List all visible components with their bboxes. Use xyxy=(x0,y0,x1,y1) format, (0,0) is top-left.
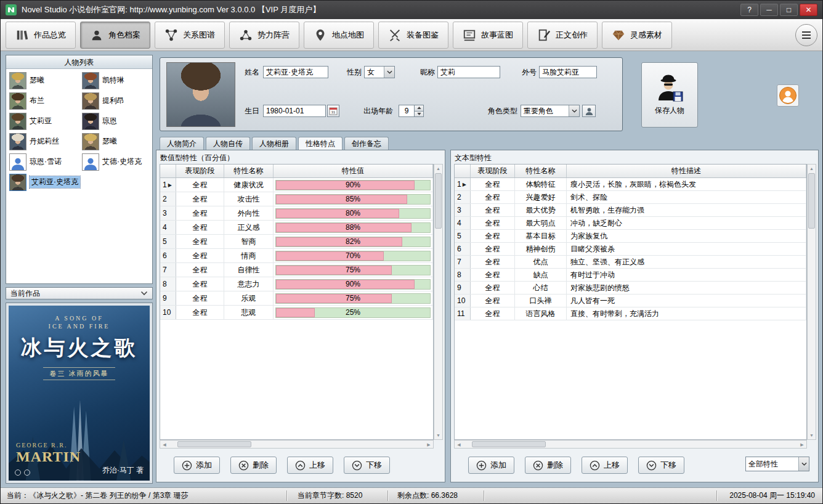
tab-profile[interactable]: 人物简介 xyxy=(160,137,204,150)
numeric-remove-button[interactable]: 删除 xyxy=(230,457,277,474)
trait-stage: 全程 xyxy=(471,217,515,229)
age-input[interactable] xyxy=(399,105,415,117)
toolbar-main-writing[interactable]: 正文创作 xyxy=(527,22,598,49)
tab-album[interactable]: 人物相册 xyxy=(252,137,296,150)
row-number: 10 xyxy=(160,306,176,319)
character-item[interactable]: 丹妮莉丝 xyxy=(7,131,80,152)
current-work-dropdown[interactable]: 当前作品 xyxy=(6,287,153,299)
tab-biography[interactable]: 人物自传 xyxy=(206,137,250,150)
character-item[interactable]: 艾莉亚 xyxy=(7,111,80,131)
text-trait-row[interactable]: 4全程最大弱点冲动，缺乏耐心 xyxy=(455,217,806,230)
character-item[interactable]: 凯特琳 xyxy=(80,70,152,91)
calendar-button[interactable]: 31 xyxy=(327,105,339,117)
app-window: Novel Studio 小说创作室官网: http://www.yunbing… xyxy=(0,0,823,504)
trait-value-cell: 70% xyxy=(274,249,433,262)
toolbar-story-blueprint[interactable]: 故事蓝图 xyxy=(453,22,523,49)
book-cover[interactable]: A SONG OF ICE AND FIRE 冰与火之歌 卷三 冰雨的风暴 GE… xyxy=(9,306,150,481)
text-trait-row[interactable]: 10全程口头禅凡人皆有一死 xyxy=(455,295,806,307)
role-type-select[interactable]: 重要角色 xyxy=(521,105,580,117)
text-trait-row[interactable]: 7全程优点独立、坚强、有正义感 xyxy=(455,256,806,269)
text-trait-row[interactable]: 9全程心结对家族悲剧的愤怒 xyxy=(455,282,806,295)
toolbar-works-overview[interactable]: 作品总览 xyxy=(6,22,76,49)
spin-down-icon[interactable] xyxy=(415,112,424,118)
character-photo[interactable] xyxy=(166,62,235,127)
numeric-down-button[interactable]: 下移 xyxy=(344,457,390,474)
numeric-trait-row[interactable]: 6全程情商70% xyxy=(160,249,433,263)
tab-personality[interactable]: 性格特点 xyxy=(298,137,343,150)
numeric-trait-row[interactable]: 8全程意志力90% xyxy=(160,277,433,291)
maximize-button[interactable]: □ xyxy=(780,4,798,16)
text-trait-row[interactable]: 8全程缺点有时过于冲动 xyxy=(455,269,806,282)
gender-select[interactable]: 女 xyxy=(364,66,395,78)
text-trait-row[interactable]: 1▶全程体貌特征瘦小灵活，长脸，灰眼睛，棕褐色头发 xyxy=(455,178,806,191)
trait-percent-label: 88% xyxy=(276,223,430,232)
toolbar-faction-camps[interactable]: 势力阵营 xyxy=(229,22,299,49)
trait-stage: 全程 xyxy=(471,243,515,255)
text-trait-row[interactable]: 5全程基本目标为家族复仇 xyxy=(455,230,806,243)
character-item[interactable]: 琼恩·雪诺 xyxy=(7,152,80,172)
toolbar-relationship-map[interactable]: 关系图谱 xyxy=(155,22,225,49)
role-picker-button[interactable] xyxy=(582,105,596,117)
text-add-button[interactable]: 添加 xyxy=(468,457,514,474)
text-up-button[interactable]: 上移 xyxy=(582,457,628,474)
character-item[interactable]: 瑟曦 xyxy=(7,70,80,91)
alias-input[interactable] xyxy=(539,66,597,78)
character-item[interactable]: 提利昂 xyxy=(80,91,152,111)
toolbar-character-archive[interactable]: 角色档案 xyxy=(80,22,150,49)
trait-percent-label: 25% xyxy=(276,308,430,317)
support-button[interactable] xyxy=(777,84,799,107)
chevron-down-icon xyxy=(798,457,809,471)
numeric-trait-row[interactable]: 2全程攻击性85% xyxy=(160,192,433,206)
numeric-trait-row[interactable]: 10全程悲观25% xyxy=(160,306,433,320)
text-trait-row[interactable]: 3全程最大优势机智勇敢，生存能力强 xyxy=(455,204,806,217)
name-input[interactable] xyxy=(263,66,328,78)
numeric-traits-table: 表现阶段 特性名称 特性值 1▶全程健康状况90%2全程攻击性85%3全程外向性… xyxy=(160,164,434,440)
text-trait-row[interactable]: 2全程兴趣爱好剑术、探险 xyxy=(455,191,806,204)
character-item[interactable]: 艾德·史塔克 xyxy=(80,152,152,172)
tab-memo[interactable]: 创作备忘 xyxy=(344,137,389,150)
text-remove-button[interactable]: 删除 xyxy=(525,457,571,474)
toolbar-equipment-catalog[interactable]: 装备图鉴 xyxy=(378,22,448,49)
age-stepper[interactable] xyxy=(399,105,424,117)
numeric-up-button[interactable]: 上移 xyxy=(287,457,333,474)
numeric-add-button[interactable]: 添加 xyxy=(174,457,220,474)
nickname-input[interactable] xyxy=(437,66,500,78)
row-number: 4 xyxy=(455,217,471,229)
trait-filter-select[interactable]: 全部特性 xyxy=(745,457,809,471)
character-item[interactable]: 琼恩 xyxy=(80,111,152,131)
text-trait-row[interactable]: 11全程语言风格直接、有时带刺，充满活力 xyxy=(455,307,806,320)
vertical-scrollbar[interactable]: ▲ ▼ xyxy=(807,164,816,440)
character-item[interactable]: 瑟曦 xyxy=(80,131,152,152)
trait-stage: 全程 xyxy=(176,192,224,206)
toolbar-location-map[interactable]: 地点地图 xyxy=(304,22,374,49)
text-trait-row[interactable]: 6全程精神创伤目睹父亲被杀 xyxy=(455,243,806,256)
down-icon xyxy=(352,460,362,471)
trait-name: 最大弱点 xyxy=(515,217,567,229)
minimize-button[interactable]: ─ xyxy=(760,4,778,16)
spin-up-icon[interactable] xyxy=(415,105,424,112)
trait-name: 乐观 xyxy=(224,291,274,305)
horizontal-scrollbar[interactable]: ◀ ▶ xyxy=(160,440,434,449)
numeric-trait-row[interactable]: 9全程乐观75% xyxy=(160,291,433,306)
birthday-input[interactable] xyxy=(263,105,326,117)
toolbar-inspiration-material[interactable]: 灵感素材 xyxy=(602,22,672,49)
character-item[interactable]: 艾莉亚·史塔克 xyxy=(7,172,80,192)
menu-button[interactable] xyxy=(795,24,817,46)
numeric-trait-row[interactable]: 1▶全程健康状况90% xyxy=(160,178,433,192)
works-overview-icon xyxy=(15,28,29,42)
character-item[interactable]: 布兰 xyxy=(7,91,80,111)
trait-description: 冲动，缺乏耐心 xyxy=(567,217,806,229)
text-down-button[interactable]: 下移 xyxy=(638,457,684,474)
horizontal-scrollbar[interactable]: ◀ ▶ xyxy=(454,440,807,449)
trait-progress-bar: 90% xyxy=(275,279,431,290)
close-button[interactable]: ✕ xyxy=(800,4,817,16)
numeric-trait-row[interactable]: 5全程智商82% xyxy=(160,235,433,249)
numeric-trait-row[interactable]: 7全程自律性75% xyxy=(160,263,433,277)
numeric-trait-row[interactable]: 4全程正义感88% xyxy=(160,221,433,235)
trait-progress-bar: 85% xyxy=(275,194,431,205)
help-button[interactable]: ? xyxy=(740,4,758,16)
numeric-trait-row[interactable]: 3全程外向性80% xyxy=(160,206,433,221)
character-name: 艾莉亚·史塔克 xyxy=(30,176,80,188)
vertical-scrollbar[interactable]: ▲ ▼ xyxy=(434,164,443,440)
save-character-button[interactable]: 保存人物 xyxy=(641,62,698,128)
